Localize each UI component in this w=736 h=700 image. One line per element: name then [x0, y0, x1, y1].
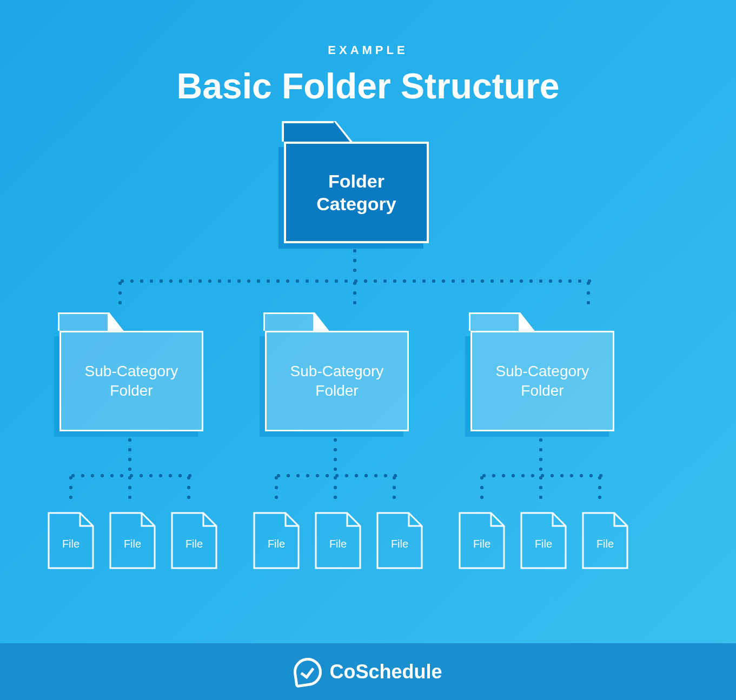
file-label: File: [124, 538, 141, 550]
coschedule-logo-icon: [292, 656, 324, 688]
file-icon: File: [48, 512, 94, 569]
connector-dotline: [352, 246, 357, 278]
sub-folder-label: Sub-Category Folder: [85, 362, 178, 401]
file-icon: File: [253, 512, 300, 569]
diagram-stage: Folder Category Sub-Category Folder Sub-…: [0, 106, 736, 574]
header: EXAMPLE Basic Folder Structure: [0, 0, 736, 106]
file-label: File: [535, 538, 552, 550]
file-label: File: [596, 538, 614, 550]
file-label: File: [473, 538, 490, 550]
sub-folder-label: Sub-Category Folder: [496, 362, 589, 401]
file-label: File: [185, 538, 203, 550]
connector-dotline: [333, 435, 338, 473]
sub-folder: Sub-Category Folder: [59, 331, 203, 431]
folder-tab-icon: [263, 312, 315, 331]
connector-dotline: [333, 473, 338, 503]
file-icon: File: [520, 512, 567, 569]
eyebrow-label: EXAMPLE: [0, 43, 736, 57]
file-row: File File File: [253, 512, 423, 569]
folder-tab-icon: [58, 312, 109, 331]
folder-tab-icon: [282, 121, 336, 142]
brand-name: CoSchedule: [329, 661, 442, 683]
file-icon: File: [109, 512, 156, 569]
sub-folder-body: Sub-Category Folder: [470, 331, 614, 431]
connector-dotline: [117, 278, 123, 311]
sub-folder-body: Sub-Category Folder: [265, 331, 409, 431]
file-icon: File: [376, 512, 423, 569]
file-label: File: [268, 538, 285, 550]
file-row: File File File: [48, 512, 217, 569]
root-folder-body: Folder Category: [284, 142, 429, 243]
page-title: Basic Folder Structure: [0, 65, 736, 106]
connector-dotline: [392, 473, 397, 503]
connector-dotline: [352, 278, 357, 311]
file-label: File: [391, 538, 408, 550]
file-icon: File: [315, 512, 361, 569]
connector-dotline: [186, 473, 191, 503]
connector-dotline: [127, 473, 132, 503]
file-label: File: [329, 538, 347, 550]
file-icon: File: [171, 512, 217, 569]
connector-dotline: [597, 473, 602, 503]
folder-tab-icon: [469, 312, 520, 331]
connector-dotline: [586, 278, 591, 311]
file-icon: File: [582, 512, 628, 569]
connector-dotline: [538, 473, 543, 503]
connector-dotline: [68, 473, 74, 503]
root-folder: Folder Category: [284, 142, 429, 243]
connector-dotline: [479, 473, 485, 503]
connector-dotline: [127, 435, 132, 473]
footer: CoSchedule: [0, 643, 736, 700]
root-folder-label: Folder Category: [316, 170, 396, 216]
file-icon: File: [459, 512, 505, 569]
sub-folder-body: Sub-Category Folder: [59, 331, 203, 431]
file-label: File: [62, 538, 79, 550]
file-row: File File File: [459, 512, 628, 569]
sub-folder: Sub-Category Folder: [265, 331, 409, 431]
connector-dotline: [274, 473, 279, 503]
sub-folder: Sub-Category Folder: [470, 331, 614, 431]
sub-folder-label: Sub-Category Folder: [290, 362, 384, 401]
connector-dotline: [538, 435, 543, 473]
